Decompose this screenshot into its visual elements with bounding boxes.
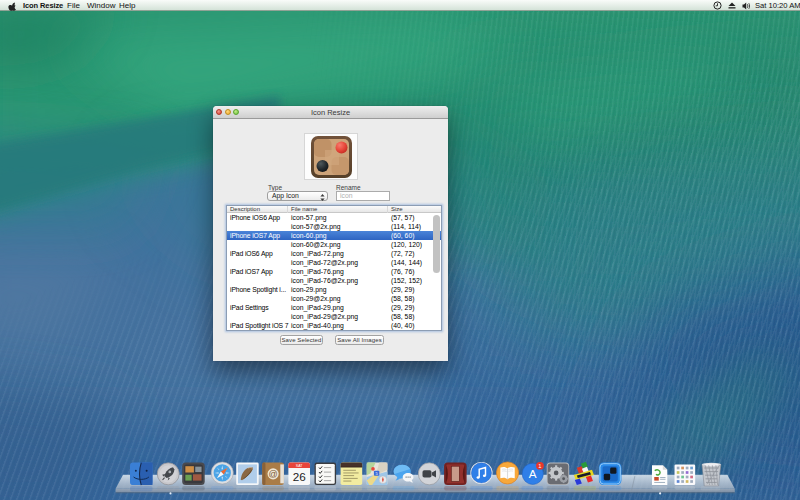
svg-text:1: 1 — [538, 463, 541, 469]
svg-text:26: 26 — [293, 471, 306, 484]
svg-text:SAT: SAT — [296, 464, 304, 468]
svg-text:@: @ — [269, 469, 278, 479]
svg-text:A: A — [529, 467, 537, 480]
